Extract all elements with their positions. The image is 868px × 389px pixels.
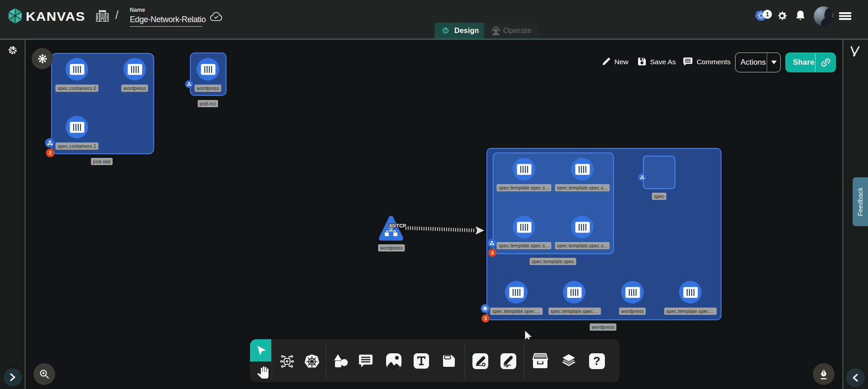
svg-text:1: 1 [766,11,769,18]
